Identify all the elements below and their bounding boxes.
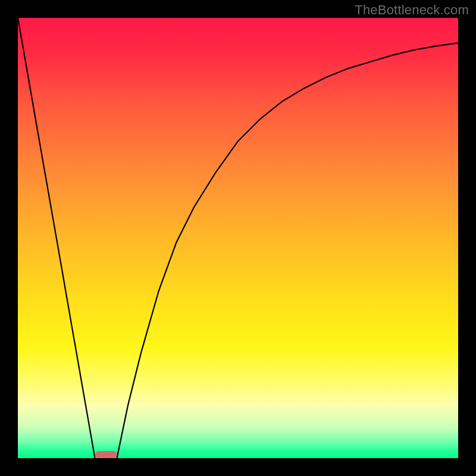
watermark-text: TheBottleneck.com — [355, 2, 469, 18]
chart-frame: TheBottleneck.com — [0, 0, 476, 476]
optimum-marker — [95, 451, 117, 458]
bottleneck-curve — [18, 18, 458, 458]
plot-area — [18, 18, 458, 458]
